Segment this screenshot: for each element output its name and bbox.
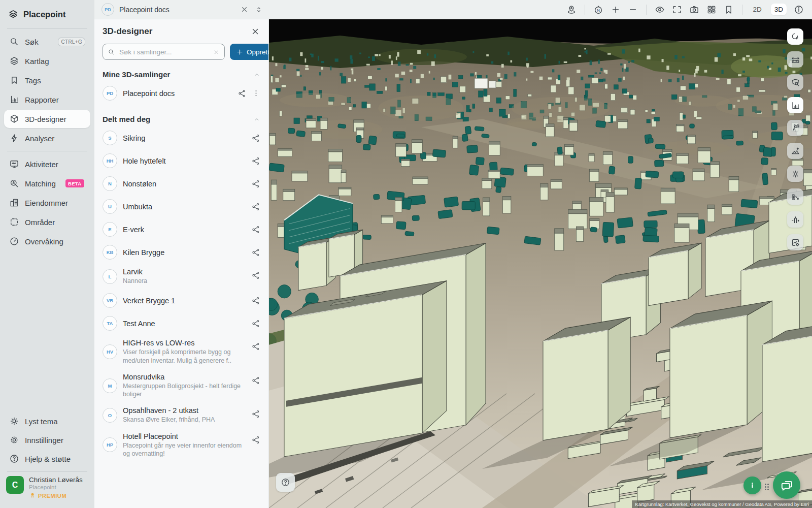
mode-2d-button[interactable]: 2D: [751, 4, 763, 15]
sidebar-item-overvaking[interactable]: Overvåking: [4, 232, 90, 250]
collection-item[interactable]: UUmbukta: [103, 195, 260, 218]
share-icon[interactable]: [251, 271, 260, 280]
bookmark-button[interactable]: [724, 5, 734, 15]
share-icon[interactable]: [251, 319, 260, 328]
sidebar-item-label: Lyst tema: [25, 417, 57, 426]
chat-button[interactable]: [773, 471, 800, 499]
collapse-section-icon[interactable]: [253, 116, 260, 123]
collection-item[interactable]: VBVerket Brygge 1: [103, 289, 260, 312]
collection-item[interactable]: KBKilen Brygge: [103, 241, 260, 264]
collection-tab[interactable]: PD Placepoint docs: [101, 3, 240, 16]
terrain-height-tool-button[interactable]: [787, 143, 803, 159]
collection-item[interactable]: MMonsrudvikaMestergruppen Boligprosjekt …: [103, 369, 260, 403]
analysis-settings-tool-button[interactable]: [787, 234, 803, 250]
section-header[interactable]: Mine 3D-samlinger: [103, 70, 260, 79]
sidebar-item-kartlag[interactable]: Kartlag: [4, 52, 90, 70]
info-icon[interactable]: [794, 5, 804, 15]
sun-shadow-tool-button[interactable]: [787, 166, 803, 182]
search-input[interactable]: [118, 48, 210, 56]
sidebar-item-eiendommer[interactable]: Eiendommer: [4, 194, 90, 212]
compass-north-button[interactable]: N: [593, 5, 603, 15]
select-circle-cursor-tool-button[interactable]: [787, 28, 803, 45]
app-logo[interactable]: Placepoint: [0, 7, 94, 25]
section-header[interactable]: Delt med deg: [103, 115, 260, 123]
mode-3d-button[interactable]: 3D: [771, 4, 787, 15]
share-icon[interactable]: [251, 435, 260, 444]
share-icon[interactable]: [251, 342, 260, 351]
map-viewport[interactable]: Kartgrunnlag: Kartverket, Geovekst og ko…: [269, 19, 812, 508]
map-3d-view[interactable]: [269, 19, 812, 508]
share-icon[interactable]: [251, 202, 260, 211]
share-icon[interactable]: [251, 409, 260, 419]
collection-item[interactable]: SSikring: [103, 126, 260, 149]
gear-icon: [9, 435, 19, 445]
close-tab-icon[interactable]: [240, 5, 249, 14]
bar-chart-tool-button[interactable]: [787, 97, 803, 113]
clear-search-icon[interactable]: [213, 49, 220, 55]
collection-item[interactable]: TATest Anne: [103, 312, 260, 335]
sidebar-item-rapporter[interactable]: Rapporter: [4, 90, 90, 109]
collection-item[interactable]: HHHole hyttefelt: [103, 149, 260, 172]
zoom-out-button[interactable]: [628, 5, 638, 15]
share-icon[interactable]: [251, 179, 260, 188]
collection-item-subtitle: Skansa Øvre Eiker, frihånd, PHA: [123, 416, 246, 424]
zoom-in-button[interactable]: [611, 5, 621, 15]
share-icon[interactable]: [238, 89, 247, 98]
collection-item-title: Larvik: [123, 268, 246, 276]
help-button[interactable]: [276, 473, 295, 492]
collection-item-avatar: HP: [103, 437, 117, 452]
share-icon[interactable]: [251, 248, 260, 257]
collection-item[interactable]: LLarvikNannera: [103, 264, 260, 289]
item-actions: [251, 271, 260, 280]
sidebar-footer: Lyst temaInnstillingerHjelp & støtte: [0, 411, 94, 468]
svg-text:N: N: [597, 8, 600, 12]
item-actions: [251, 296, 260, 305]
locate-button[interactable]: [566, 5, 577, 15]
collection-item-avatar: VB: [103, 293, 117, 308]
camera-button[interactable]: [689, 5, 699, 15]
collapse-section-icon[interactable]: [253, 71, 260, 78]
drag-handle[interactable]: [765, 484, 770, 491]
collection-item[interactable]: NNonstølen: [103, 172, 260, 195]
fullscreen-button[interactable]: [672, 5, 682, 15]
widgets-button[interactable]: [706, 5, 717, 15]
visibility-eye-button[interactable]: [655, 5, 665, 15]
measure-width-tool-button[interactable]: [787, 51, 803, 68]
collection-item[interactable]: OOpsahlhaven - 2 utkastSkansa Øvre Eiker…: [103, 402, 260, 428]
item-actions: [251, 319, 260, 328]
close-panel-icon[interactable]: [250, 26, 260, 37]
collection-item[interactable]: HVHIGH-res vs LOW-resViser forskjell på …: [103, 335, 260, 369]
sidebar-item-analyser[interactable]: Analyser: [4, 129, 90, 147]
collection-search[interactable]: [103, 44, 225, 60]
user-profile[interactable]: C Christian Løverås Placepoint PREMIUM: [0, 475, 94, 508]
kebab-menu-icon[interactable]: [252, 89, 260, 98]
share-icon[interactable]: [251, 225, 260, 234]
collection-item[interactable]: HPHotell PlacepointPlacepoint går nye ve…: [103, 428, 260, 462]
share-icon[interactable]: [251, 134, 260, 143]
share-icon[interactable]: [251, 296, 260, 305]
share-icon[interactable]: [251, 376, 260, 385]
collection-item-title: Placepoint docs: [123, 89, 232, 98]
sidebar-item-3d-designer[interactable]: 3D-designer: [4, 110, 90, 128]
map-attribution: Kartgrunnlag: Kartverket, Geovekst og ko…: [632, 500, 812, 508]
area-inspect-tool-button[interactable]: [787, 74, 803, 90]
sidebar-item-aktiviteter[interactable]: Aktiviteter: [4, 155, 90, 173]
item-actions: [238, 89, 260, 98]
info-fab-button[interactable]: [743, 477, 761, 494]
chevrons-updown-icon[interactable]: [255, 6, 263, 14]
building-extrude-tool-button[interactable]: [787, 211, 803, 228]
sidebar-item-lyst-tema[interactable]: Lyst tema: [4, 412, 90, 430]
sidebar-item-hjelp-stotte[interactable]: Hjelp & støtte: [4, 450, 90, 468]
collection-item[interactable]: EE-verk: [103, 218, 260, 241]
walk-time-tool-button[interactable]: [787, 120, 803, 136]
collection-item-text: Placepoint docs: [123, 89, 232, 98]
sidebar-item-innstillinger[interactable]: Innstillinger: [4, 431, 90, 449]
building-section-tool-button[interactable]: [787, 188, 803, 205]
share-icon[interactable]: [251, 156, 260, 166]
create-new-button[interactable]: Opprett ny: [230, 44, 269, 60]
sidebar-item-tags[interactable]: Tags: [4, 71, 90, 89]
collection-item[interactable]: PDPlacepoint docs: [103, 82, 260, 105]
sidebar-item-sok[interactable]: SøkCTRL+G: [4, 33, 90, 51]
sidebar-item-matching[interactable]: MatchingBETA: [4, 174, 90, 193]
sidebar-item-omrader[interactable]: Områder: [4, 213, 90, 231]
